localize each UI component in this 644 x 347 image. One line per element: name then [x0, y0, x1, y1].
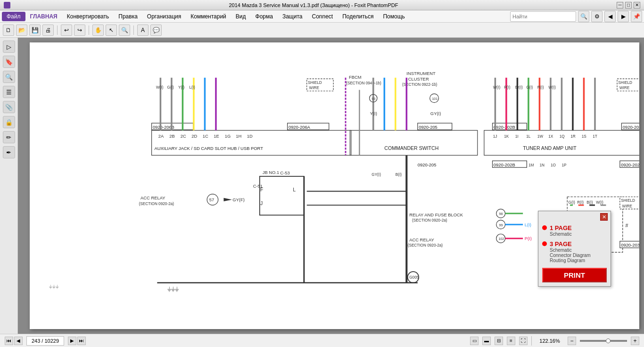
svg-text:B(I): B(I) [586, 200, 593, 205]
svg-text:P(I): P(I) [504, 85, 511, 90]
search-input[interactable] [510, 11, 576, 22]
comment-tool[interactable]: 💬 [150, 25, 162, 36]
search-button[interactable]: 🔍 [578, 11, 589, 22]
menu-connect[interactable]: Connect [307, 12, 338, 21]
sidebar-layers-icon[interactable]: ☰ [3, 86, 15, 98]
fullscreen-button[interactable]: ⛶ [519, 337, 528, 345]
separator [531, 336, 532, 346]
zoom-out-button[interactable]: − [568, 337, 576, 345]
menu-edit[interactable]: Правка [114, 12, 142, 21]
facing-view-button[interactable]: ≡ [507, 337, 515, 345]
hand-tool[interactable]: ✋ [92, 25, 104, 36]
highlight-tool[interactable]: A [137, 25, 149, 36]
svg-text:1C: 1C [203, 133, 208, 139]
sidebar-lock-icon[interactable]: 🔒 [3, 116, 15, 128]
svg-text:0920-205: 0920-205 [419, 124, 438, 130]
menu-protect[interactable]: Защита [278, 12, 307, 21]
zoom-slider[interactable] [580, 340, 627, 342]
sidebar-nav-icon[interactable]: ▷ [3, 41, 15, 53]
svg-text:INSTRUMENT: INSTRUMENT [406, 71, 436, 76]
undo-button[interactable]: ↩ [61, 25, 72, 36]
minimize-button[interactable]: ─ [617, 2, 623, 8]
page-selection-popup: ✕ 1 PAGE Schematic 3 PAGE Schematic Conn… [538, 211, 611, 287]
separator-3 [133, 25, 134, 35]
select-tool[interactable]: ↖ [106, 25, 117, 36]
settings-button[interactable]: ⚙ [591, 11, 603, 22]
toolbar: 🗋 📂 💾 🖨 ↩ ↪ ✋ ↖ 🔍 A 💬 [0, 23, 644, 38]
svg-text:1K: 1K [504, 134, 509, 139]
open-button[interactable]: 📂 [16, 25, 27, 36]
svg-text:0920-202A: 0920-202A [623, 124, 639, 130]
single-page-view-button[interactable]: ▭ [470, 337, 479, 345]
svg-text:2B: 2B [169, 133, 175, 139]
separator-1 [57, 25, 58, 35]
svg-text:W(I): W(I) [596, 200, 603, 205]
window-title: 2014 Mazda 3 Service Manual v1.3.pdf (За… [10, 2, 617, 8]
menu-share[interactable]: Поделиться [338, 12, 378, 21]
next-page-button[interactable]: ▶ [68, 337, 76, 345]
close-button[interactable]: ✕ [634, 2, 640, 8]
left-sidebar: ▷ 🔖 🔍 ☰ 📎 🔒 ✏ ✒ [0, 38, 18, 334]
sidebar-bookmark-icon[interactable]: 🔖 [3, 56, 15, 68]
menubar: Файл ГЛАВНАЯ Конвертировать Правка Орган… [0, 10, 644, 23]
redo-button[interactable]: ↪ [74, 25, 85, 36]
prev-page-button[interactable]: ◀ [14, 337, 23, 345]
page-input[interactable] [26, 336, 64, 346]
svg-text:(SECTION 0922-1b): (SECTION 0922-1b) [402, 83, 438, 87]
continuous-view-button[interactable]: ▬ [482, 337, 491, 345]
menu-home[interactable]: ГЛАВНАЯ [25, 12, 62, 21]
menu-convert[interactable]: Конвертировать [62, 12, 114, 21]
svg-text:0920-202B: 0920-202B [494, 124, 515, 130]
save-button[interactable]: 💾 [29, 25, 41, 36]
zoom-tool[interactable]: 🔍 [119, 25, 130, 36]
menu-view[interactable]: Вид [231, 12, 251, 21]
sidebar-attachment-icon[interactable]: 📎 [3, 101, 15, 113]
first-page-button[interactable]: ⏮ [5, 337, 13, 345]
last-page-button[interactable]: ⏭ [77, 337, 86, 345]
menu-file[interactable]: Файл [2, 12, 25, 21]
page3-type1: Schematic [550, 248, 591, 253]
menu-form[interactable]: Форма [251, 12, 278, 21]
svg-text:GY(I): GY(I) [372, 173, 381, 177]
svg-text:1S: 1S [582, 134, 587, 139]
print-button[interactable]: PRINT [542, 268, 607, 282]
menu-comment[interactable]: Комментарий [186, 12, 231, 21]
svg-text:W(I): W(I) [156, 85, 164, 90]
maximize-button[interactable]: □ [625, 2, 632, 8]
nav-back-button[interactable]: ◀ [604, 11, 616, 22]
svg-text:101: 101 [432, 97, 438, 100]
svg-text:1H: 1H [236, 133, 241, 139]
svg-text:1M: 1M [528, 163, 534, 167]
svg-text:2D: 2D [191, 133, 197, 139]
pin-button[interactable]: 📌 [631, 11, 642, 22]
page1-indicator [542, 225, 547, 230]
svg-text:0920-202B: 0920-202B [494, 162, 515, 167]
menu-organize[interactable]: Организация [142, 12, 186, 21]
svg-text:FBCM: FBCM [349, 74, 362, 80]
svg-text:1P: 1P [561, 163, 567, 167]
print-button[interactable]: 🖨 [42, 25, 54, 36]
svg-text:1T: 1T [593, 134, 597, 139]
pdf-page: ⏚⏚⏚ AUXILIARY JACK / SD CARD SLOT HUB / … [30, 42, 639, 329]
svg-text:1G: 1G [225, 133, 231, 139]
sidebar-edit-icon[interactable]: ✏ [3, 131, 15, 143]
two-page-view-button[interactable]: ⊟ [495, 337, 503, 345]
zoom-in-button[interactable]: + [631, 337, 639, 345]
svg-text:GY(F): GY(F) [232, 197, 245, 202]
svg-text:(SECTION 0920-2a): (SECTION 0920-2a) [412, 218, 447, 223]
svg-text:J: J [260, 200, 263, 206]
sidebar-signature-icon[interactable]: ✒ [3, 146, 15, 158]
svg-text:(SECTION 0940-1b): (SECTION 0940-1b) [346, 81, 381, 85]
nav-forward-button[interactable]: ▶ [618, 11, 629, 22]
sidebar-search-icon[interactable]: 🔍 [3, 71, 15, 83]
svg-text:1D: 1D [247, 133, 253, 139]
svg-text:1W: 1W [537, 134, 544, 139]
menu-help[interactable]: Помощь [378, 12, 409, 21]
svg-text:Br(I): Br(I) [515, 85, 523, 90]
popup-close-button[interactable]: ✕ [600, 213, 608, 221]
new-button[interactable]: 🗋 [3, 25, 14, 36]
svg-text:C-51: C-51 [253, 183, 263, 189]
svg-text:CLUSTER: CLUSTER [408, 76, 429, 82]
svg-text:57: 57 [209, 197, 214, 202]
svg-text:0920-203: 0920-203 [621, 242, 639, 248]
